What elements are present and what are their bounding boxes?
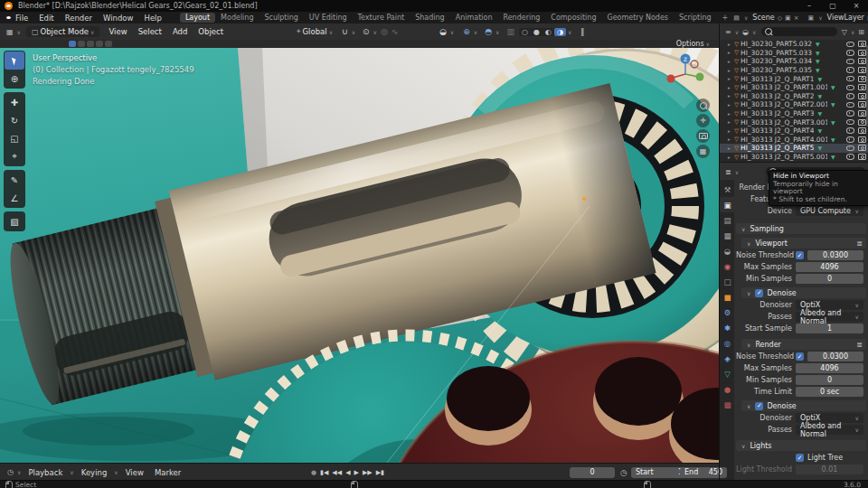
proportional-center-icon[interactable]: ◎	[379, 27, 390, 36]
disable-render-icon[interactable]	[858, 136, 866, 143]
outliner-row[interactable]: ▸▽HI_30313 J2_Q_PART1▼	[720, 74, 868, 83]
expand-icon[interactable]: ▸	[728, 59, 734, 64]
object-name[interactable]: HI_30230_PART5.034	[741, 57, 812, 65]
tab-tool[interactable]: ⚒	[720, 182, 735, 197]
options-dropdown[interactable]: Options ∨	[676, 40, 712, 48]
select-mode-extend[interactable]	[78, 41, 85, 47]
menu-object[interactable]: Object	[193, 27, 229, 36]
passes-dropdown[interactable]: Albedo and Normal∨	[796, 312, 863, 322]
menu-add[interactable]: Add	[167, 27, 193, 36]
outliner-row[interactable]: ▸▽HI_30313 J2_Q_PART5.001▼	[720, 153, 868, 162]
object-name[interactable]: HI_30313 J2_Q_PART5.001	[741, 153, 827, 161]
select-mode-intersect[interactable]	[105, 41, 112, 47]
render-pause-button[interactable]: ‖	[579, 28, 586, 36]
max-samples-value[interactable]: 4096	[796, 363, 863, 373]
proportional-edit-icon[interactable]: ⊙	[361, 27, 372, 36]
object-name[interactable]: HI_30313 J2_Q_PART3	[741, 109, 814, 117]
shading-rendered-icon[interactable]: ◑	[554, 28, 566, 36]
tab-particles[interactable]: ✱	[720, 320, 735, 335]
tab-geometry-nodes[interactable]: Geometry Nodes	[602, 13, 674, 23]
r-denoise-header[interactable]: ∨ ✓ Denoise	[741, 400, 866, 411]
menu-view[interactable]: View	[120, 468, 149, 477]
outliner-panel[interactable]: ▸▽HI_30230_PART5.032▼ ▸▽HI_30230_PART5.0…	[719, 40, 868, 162]
axis-x-neg[interactable]	[691, 61, 698, 68]
menu-window[interactable]: Window	[98, 14, 139, 23]
unlink-scene-icon[interactable]: ×	[794, 14, 799, 22]
falloff-icon[interactable]: ∿	[390, 27, 401, 36]
light-tree-checkbox[interactable]: ✓	[796, 454, 804, 462]
tool-measure[interactable]: ∠	[5, 189, 24, 207]
object-name[interactable]: HI_30313 J2_Q_PART1	[741, 75, 814, 83]
tab-sculpting[interactable]: Sculpting	[259, 13, 303, 23]
tab-material[interactable]: ●	[720, 381, 735, 397]
camera-view-button[interactable]	[696, 129, 710, 143]
tab-shading[interactable]: Shading	[410, 13, 450, 23]
disable-render-icon[interactable]	[858, 67, 866, 73]
tab-physics[interactable]: ◎	[720, 335, 735, 351]
current-frame-field[interactable]: 0	[570, 467, 615, 478]
shading-material-icon[interactable]: ◐	[542, 28, 554, 36]
hide-viewport-icon[interactable]	[846, 136, 854, 143]
tab-collection[interactable]: □	[720, 274, 735, 289]
object-name[interactable]: HI_30313 J2_Q_PART4	[741, 127, 814, 135]
object-name[interactable]: HI_30313 J2_Q_PART5	[741, 144, 814, 152]
expand-icon[interactable]: ▸	[728, 111, 734, 117]
tool-move[interactable]: ✚	[5, 93, 24, 111]
tab-object-data[interactable]: ▽	[720, 366, 735, 381]
object-name[interactable]: HI_30313 J2_Q_PART2.001	[741, 100, 827, 108]
tab-scene[interactable]: ◒	[720, 243, 735, 258]
tool-transform[interactable]: ⌖	[5, 147, 24, 165]
object-name[interactable]: HI_30230_PART5.035	[741, 66, 812, 74]
menu-view[interactable]: View	[103, 27, 132, 36]
axis-x[interactable]	[667, 75, 675, 83]
tab-constraints[interactable]: ◈	[720, 351, 735, 366]
tool-annotate[interactable]: ✎	[5, 171, 24, 189]
tab-layout[interactable]: Layout	[180, 13, 215, 23]
disable-render-icon[interactable]	[858, 110, 866, 117]
min-samples-value[interactable]: 0	[796, 375, 863, 385]
outliner-row[interactable]: ▸▽HI_30230_PART5.035▼	[720, 66, 868, 75]
hide-viewport-icon[interactable]	[846, 93, 854, 99]
auto-keying-clock-icon[interactable]: ◷	[620, 468, 627, 477]
expand-icon[interactable]: ▸	[728, 68, 734, 73]
menu-marker[interactable]: Marker	[149, 468, 186, 477]
hide-viewport-icon[interactable]	[846, 110, 854, 117]
properties-editor-icon[interactable]: ≣	[723, 168, 733, 176]
denoise-checkbox[interactable]: ✓	[755, 289, 763, 297]
new-collection-icon[interactable]: ⊞	[856, 28, 866, 36]
expand-icon[interactable]: ▸	[728, 93, 734, 99]
viewport-canvas[interactable]: User Perspective (0) Collection | Fogazo…	[0, 48, 719, 463]
menu-edit[interactable]: Edit	[33, 14, 59, 23]
tab-texture[interactable]: ▩	[720, 397, 735, 412]
expand-icon[interactable]: ▸	[728, 102, 734, 108]
close-button[interactable]: ×	[844, 2, 868, 10]
navigation-gizmo[interactable]: Z	[665, 52, 706, 93]
object-name[interactable]: HI_30230_PART5.033	[741, 49, 812, 57]
menu-select[interactable]: Select	[133, 27, 167, 36]
tab-texture-paint[interactable]: Texture Paint	[353, 13, 410, 23]
tab-compositing[interactable]: Compositing	[545, 13, 601, 23]
hide-viewport-icon[interactable]	[846, 59, 854, 65]
outliner-display-mode-icon[interactable]: ≡	[723, 28, 733, 36]
jump-start-button[interactable]: ▮◀	[320, 469, 328, 476]
editor-divider[interactable]	[719, 23, 720, 480]
tab-modeling[interactable]: Modeling	[215, 13, 259, 23]
object-name[interactable]: HI_30230_PART5.032	[741, 40, 812, 48]
expand-icon[interactable]: ▸	[728, 145, 734, 151]
disable-render-icon[interactable]	[858, 50, 866, 56]
tab-scripting[interactable]: Scripting	[674, 13, 717, 23]
object-name[interactable]: HI_30313 J2_Q_PART1.001	[741, 83, 827, 91]
disable-render-icon[interactable]	[858, 76, 866, 82]
outliner-row[interactable]: ▸▽HI_30313 J2_Q_PART4▼	[720, 127, 868, 136]
hide-viewport-icon[interactable]	[846, 102, 854, 108]
outliner-row[interactable]: ▸▽HI_30230_PART5.033▼	[720, 49, 868, 58]
passes-dropdown[interactable]: Albedo and Normal∨	[796, 425, 863, 435]
tab-output[interactable]: ▤	[720, 212, 735, 228]
render-sampling-header[interactable]: ∨ Render ≣	[741, 339, 866, 350]
menu-playback[interactable]: Playback	[23, 468, 68, 477]
outliner-search-input[interactable]	[761, 27, 837, 36]
new-scene-icon[interactable]: ▣	[785, 14, 791, 22]
disable-render-icon[interactable]	[858, 58, 866, 64]
disable-render-icon[interactable]	[858, 93, 866, 99]
record-button[interactable]: ●	[311, 469, 316, 476]
